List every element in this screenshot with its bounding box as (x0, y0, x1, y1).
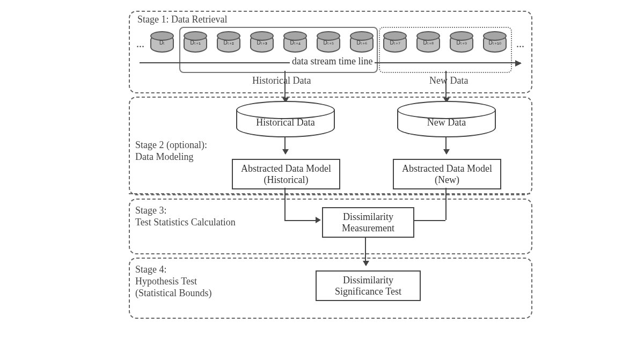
arrow-head-into-box-left (316, 217, 321, 223)
new-cylinder: New Data (397, 109, 496, 137)
elbow-hist-h (284, 220, 316, 221)
stage-2-title: Stage 2 (optional): (135, 140, 207, 151)
ellipsis-right: ... (516, 38, 524, 50)
historical-cylinder: Historical Data (236, 109, 335, 137)
elbow-hist-v (284, 188, 286, 220)
stage-4-title: Stage 4: (135, 264, 167, 275)
stage2-bottom-dash-extra (129, 193, 530, 194)
stage-4-subtitle2: (Statistical Bounds) (135, 288, 212, 299)
new-window (379, 27, 512, 73)
arrow-hist-down-2 (284, 137, 286, 153)
stage-1-title: Stage 1: Data Retrieval (137, 14, 227, 25)
stage-3-title: Stage 3: (135, 205, 167, 216)
stage-2-subtitle: Data Modeling (135, 151, 193, 163)
dissimilarity-significance-box: Dissimilarity Significance Test (316, 270, 421, 301)
dissimilarity-measurement-box: Dissimilarity Measurement (322, 207, 414, 238)
abstracted-historical-box: Abstracted Data Model (Historical) (232, 159, 340, 189)
diagram-canvas: Stage 1: Data Retrieval ... ... Dₜ Dₜ₊₁ … (129, 11, 531, 327)
historical-data-label: Historical Data (252, 75, 311, 86)
stage-4-subtitle: Hypothesis Test (135, 276, 197, 287)
elbow-new-h (414, 220, 445, 221)
elbow-new-v (445, 188, 447, 220)
timeline-label: data stream time line (290, 56, 375, 67)
ellipsis-left: ... (136, 38, 144, 50)
new-data-label: New Data (429, 75, 468, 86)
abstracted-new-box: Abstracted Data Model (New) (393, 159, 501, 189)
cylinder-Dt: Dₜ (150, 34, 174, 53)
stage-3-subtitle: Test Statistics Calculation (135, 217, 236, 228)
arrow-new-down-2 (445, 137, 447, 153)
